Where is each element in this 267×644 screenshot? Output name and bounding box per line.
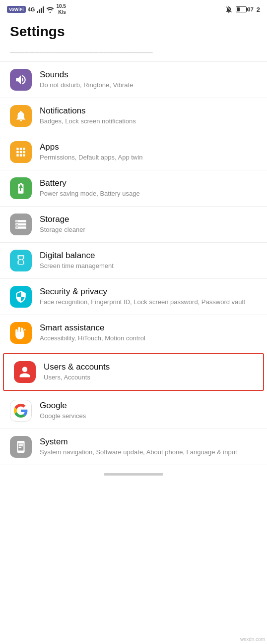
- google-icon-bg: [10, 400, 32, 422]
- apps-subtitle: Permissions, Default apps, App twin: [40, 154, 257, 162]
- smart-assistance-title: Smart assistance: [40, 323, 257, 333]
- hand-icon: [14, 326, 27, 339]
- settings-item-digital-balance[interactable]: Digital balance Screen time management: [0, 243, 267, 279]
- hourglass-icon: [14, 254, 27, 267]
- battery-title: Battery: [40, 178, 257, 188]
- apps-icon: [14, 146, 27, 159]
- system-text: System System navigation, Software updat…: [40, 437, 257, 457]
- storage-text: Storage Storage cleaner: [40, 215, 257, 234]
- digital-balance-title: Digital balance: [40, 251, 257, 261]
- google-icon: [14, 404, 28, 418]
- sounds-text: Sounds Do not disturb, Ringtone, Vibrate: [40, 70, 257, 90]
- partial-item: ─────────────────────────────: [0, 44, 267, 62]
- smart-assistance-icon-bg: [10, 322, 32, 344]
- settings-item-storage[interactable]: Storage Storage cleaner: [0, 207, 267, 243]
- apps-icon-bg: [10, 141, 32, 163]
- status-bar: VoWiFi 4G 10.5K/s 37 2: [0, 0, 267, 18]
- settings-list: Sounds Do not disturb, Ringtone, Vibrate…: [0, 62, 267, 465]
- users-accounts-title: Users & accounts: [44, 362, 253, 372]
- settings-item-smart-assistance[interactable]: Smart assistance Accessibility, HiTouch,…: [0, 315, 267, 351]
- battery-subtitle: Power saving mode, Battery usage: [40, 190, 257, 198]
- speed-text: 10.5K/s: [56, 3, 66, 15]
- settings-item-security-privacy[interactable]: Security & privacy Face recognition, Fin…: [0, 279, 267, 315]
- signal-2-label: 2: [257, 6, 260, 13]
- storage-icon-bg: [10, 214, 32, 235]
- sounds-icon-bg: [10, 69, 32, 91]
- status-right: 37 2: [225, 5, 260, 13]
- storage-icon: [14, 218, 27, 231]
- settings-item-system[interactable]: System System navigation, Software updat…: [0, 429, 267, 465]
- shield-icon: [14, 290, 27, 303]
- sounds-subtitle: Do not disturb, Ringtone, Vibrate: [40, 81, 257, 90]
- notifications-text: Notifications Badges, Lock screen notifi…: [40, 106, 257, 126]
- security-subtitle: Face recognition, Fingerprint ID, Lock s…: [40, 298, 257, 307]
- digital-balance-subtitle: Screen time management: [40, 262, 257, 270]
- watermark: wsxdn.com: [240, 637, 265, 642]
- security-title: Security & privacy: [40, 287, 257, 297]
- users-icon-bg: [14, 361, 36, 383]
- battery-settings-icon: [14, 182, 27, 195]
- security-text: Security & privacy Face recognition, Fin…: [40, 287, 257, 307]
- system-title: System: [40, 437, 257, 447]
- signal-bars-icon: [37, 6, 44, 13]
- notifications-title: Notifications: [40, 106, 257, 116]
- battery-settings-icon-bg: [10, 177, 32, 199]
- system-subtitle: System navigation, Software update, Abou…: [40, 448, 257, 457]
- user-icon: [18, 366, 31, 378]
- google-title: Google: [40, 401, 257, 411]
- home-indicator: [104, 473, 163, 476]
- apps-text: Apps Permissions, Default apps, App twin: [40, 142, 257, 162]
- page-title: Settings: [0, 18, 267, 44]
- battery-icon: [236, 6, 247, 12]
- battery-block: 37: [236, 6, 254, 12]
- storage-title: Storage: [40, 215, 257, 224]
- battery-pct: 37: [248, 6, 254, 12]
- settings-item-users-accounts[interactable]: Users & accounts Users, Accounts: [3, 353, 264, 391]
- notifications-subtitle: Badges, Lock screen notifications: [40, 117, 257, 126]
- digital-balance-text: Digital balance Screen time management: [40, 251, 257, 270]
- storage-subtitle: Storage cleaner: [40, 226, 257, 234]
- bell-icon: [14, 109, 27, 122]
- security-icon-bg: [10, 286, 32, 308]
- digital-balance-icon-bg: [10, 250, 32, 271]
- notification-off-icon: [225, 5, 233, 13]
- settings-item-apps[interactable]: Apps Permissions, Default apps, App twin: [0, 134, 267, 170]
- system-icon-bg: [10, 436, 32, 458]
- wifi-icon: [46, 6, 54, 13]
- settings-item-notifications[interactable]: Notifications Badges, Lock screen notifi…: [0, 98, 267, 134]
- google-text: Google Google services: [40, 401, 257, 421]
- settings-item-sounds[interactable]: Sounds Do not disturb, Ringtone, Vibrate: [0, 62, 267, 98]
- sounds-title: Sounds: [40, 70, 257, 80]
- battery-text: Battery Power saving mode, Battery usage: [40, 178, 257, 198]
- users-accounts-text: Users & accounts Users, Accounts: [44, 362, 253, 382]
- apps-title: Apps: [40, 142, 257, 152]
- users-accounts-subtitle: Users, Accounts: [44, 374, 253, 382]
- google-subtitle: Google services: [40, 412, 257, 421]
- bottom-bar: [0, 465, 267, 485]
- smart-assistance-text: Smart assistance Accessibility, HiTouch,…: [40, 323, 257, 343]
- system-icon: [14, 440, 27, 453]
- settings-item-google[interactable]: Google Google services: [0, 393, 267, 429]
- notifications-icon-bg: [10, 105, 32, 127]
- sound-icon: [14, 73, 27, 86]
- network-label: 4G: [28, 6, 35, 12]
- smart-assistance-subtitle: Accessibility, HiTouch, Motion control: [40, 334, 257, 343]
- status-left: VoWiFi 4G 10.5K/s: [7, 3, 66, 15]
- vowifi-label: VoWiFi: [7, 6, 26, 13]
- settings-item-battery[interactable]: Battery Power saving mode, Battery usage: [0, 170, 267, 207]
